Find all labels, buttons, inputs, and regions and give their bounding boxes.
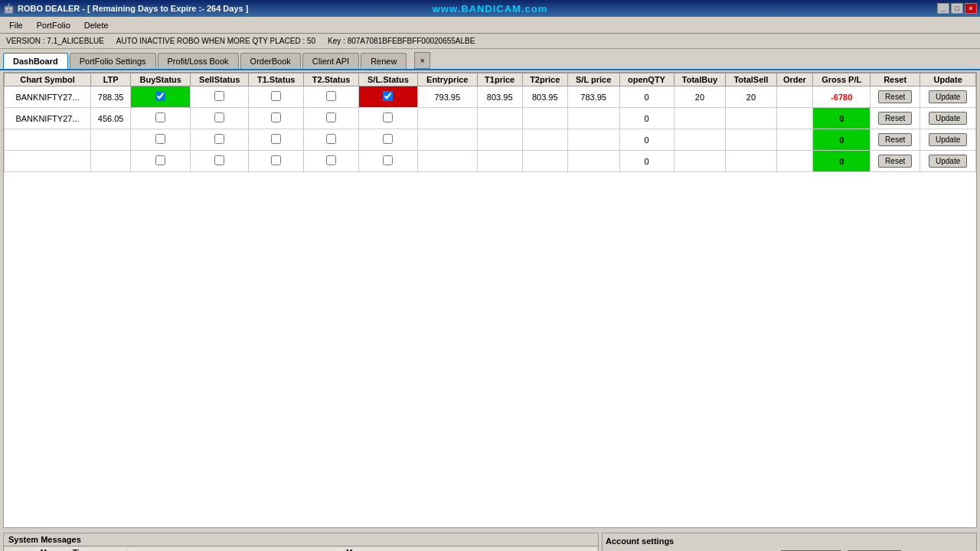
cell-total-buy xyxy=(674,151,726,172)
cell-t1-status[interactable] xyxy=(249,129,304,151)
sl-status-checkbox[interactable] xyxy=(383,112,393,122)
cell-reset[interactable]: Reset xyxy=(871,108,920,129)
cell-sell-status[interactable] xyxy=(191,129,249,151)
col-t1-status: T1.Status xyxy=(249,73,304,86)
titlebar: 🤖 ROBO DEALER - [ Remaining Days to Expi… xyxy=(0,0,980,17)
cell-sell-status[interactable] xyxy=(191,151,249,172)
cell-gross-pl: -6780 xyxy=(813,86,871,108)
menu-portfolio[interactable]: PortFolio xyxy=(31,19,77,31)
sell-status-checkbox[interactable] xyxy=(214,112,224,122)
cell-t2-status[interactable] xyxy=(304,129,359,151)
cell-update[interactable]: Update xyxy=(920,151,976,172)
buy-status-checkbox[interactable] xyxy=(155,91,165,101)
sl-status-checkbox[interactable] xyxy=(383,91,393,101)
auto-inactive-text: AUTO INACTIVE ROBO WHEN MORE QTY PLACED … xyxy=(116,37,315,45)
reset-btn[interactable]: Reset xyxy=(878,112,912,125)
cell-sell-status[interactable] xyxy=(191,86,249,108)
tab-portfolio-settings[interactable]: PortFolio Settings xyxy=(70,53,156,69)
table-row: BANKNIFTY27... 788.35 793.95 803.95 803.… xyxy=(5,86,976,108)
cell-buy-status[interactable] xyxy=(131,129,191,151)
buy-status-checkbox[interactable] xyxy=(155,112,165,122)
update-btn[interactable]: Update xyxy=(929,155,967,168)
t1-status-checkbox[interactable] xyxy=(271,91,281,101)
cell-gross-pl: 0 xyxy=(813,151,871,172)
menu-file[interactable]: File xyxy=(3,19,29,31)
cell-reset[interactable]: Reset xyxy=(871,86,920,108)
cell-entry-price: 793.95 xyxy=(417,86,477,108)
bottom-section: System Messages MessgaeTime Message 12-0… xyxy=(0,530,980,551)
sell-status-checkbox[interactable] xyxy=(214,91,224,101)
close-button[interactable]: × xyxy=(965,3,977,14)
msg-col-message: Message xyxy=(127,547,598,552)
t1-status-checkbox[interactable] xyxy=(271,155,281,165)
cell-total-sell xyxy=(726,129,776,151)
account-settings-panel: Account settings Profit Calculation : Ro… xyxy=(602,533,977,551)
sl-status-checkbox[interactable] xyxy=(383,155,393,165)
cell-t1-status[interactable] xyxy=(249,108,304,129)
cell-t2-status[interactable] xyxy=(304,151,359,172)
cell-sl-status[interactable] xyxy=(358,108,417,129)
col-update: Update xyxy=(920,73,976,86)
cell-update[interactable]: Update xyxy=(920,108,976,129)
cell-ltp: 788.35 xyxy=(91,86,131,108)
cell-open-qty: 0 xyxy=(619,86,674,108)
update-btn[interactable]: Update xyxy=(929,133,967,146)
cell-total-buy xyxy=(674,129,726,151)
t2-status-checkbox[interactable] xyxy=(326,155,336,165)
cell-t1-status[interactable] xyxy=(249,151,304,172)
cell-t2-status[interactable] xyxy=(304,108,359,129)
tab-orderbook[interactable]: OrderBook xyxy=(240,53,301,69)
cell-buy-status[interactable] xyxy=(131,86,191,108)
cell-reset[interactable]: Reset xyxy=(871,151,920,172)
cell-open-qty: 0 xyxy=(619,108,674,129)
menu-delete[interactable]: Delete xyxy=(78,19,115,31)
cell-sl-status[interactable] xyxy=(358,151,417,172)
tab-renew[interactable]: Renew xyxy=(361,53,407,69)
key-text: Key : 807A7081BFEBFBFF00020655ALBE xyxy=(328,37,475,45)
maximize-button[interactable]: □ xyxy=(951,3,963,14)
reset-btn[interactable]: Reset xyxy=(878,155,912,168)
table-row: 0 0 Reset Update xyxy=(5,129,976,151)
buy-status-checkbox[interactable] xyxy=(155,134,165,144)
t1-status-checkbox[interactable] xyxy=(271,134,281,144)
cell-gross-pl: 0 xyxy=(813,108,871,129)
cell-update[interactable]: Update xyxy=(920,129,976,151)
sell-status-checkbox[interactable] xyxy=(214,134,224,144)
cell-order xyxy=(776,151,813,172)
cell-sl-status[interactable] xyxy=(358,86,417,108)
sl-status-checkbox[interactable] xyxy=(383,134,393,144)
tab-profitloss-book[interactable]: Profit/Loss Book xyxy=(158,53,239,69)
versionbar: VERSION : 7.1_ALICEBLUE AUTO INACTIVE RO… xyxy=(0,34,980,49)
minimize-button[interactable]: _ xyxy=(937,3,949,14)
t2-status-checkbox[interactable] xyxy=(326,134,336,144)
reset-btn[interactable]: Reset xyxy=(878,90,912,103)
update-btn[interactable]: Update xyxy=(929,112,967,125)
tab-client-api[interactable]: Client API xyxy=(302,53,359,69)
reset-btn[interactable]: Reset xyxy=(878,133,912,146)
t1-status-checkbox[interactable] xyxy=(271,112,281,122)
col-t1-price: T1price xyxy=(477,73,522,86)
t2-status-checkbox[interactable] xyxy=(326,91,336,101)
msg-header-row: MessgaeTime Message xyxy=(5,547,598,552)
buy-status-checkbox[interactable] xyxy=(155,155,165,165)
update-btn[interactable]: Update xyxy=(929,90,967,103)
t2-status-checkbox[interactable] xyxy=(326,112,336,122)
cell-total-buy xyxy=(674,108,726,129)
tab-dashboard[interactable]: DashBoard xyxy=(3,53,68,69)
cell-t1-status[interactable] xyxy=(249,86,304,108)
cell-buy-status[interactable] xyxy=(131,108,191,129)
cell-update[interactable]: Update xyxy=(920,86,976,108)
tab-close-button[interactable]: × xyxy=(414,52,430,69)
cell-buy-status[interactable] xyxy=(131,151,191,172)
bandicam-watermark: www.BANDICAM.com xyxy=(433,3,548,15)
cell-symbol xyxy=(5,151,91,172)
cell-t2-status[interactable] xyxy=(304,86,359,108)
col-buy-status: BuyStatus xyxy=(131,73,191,86)
cell-sell-status[interactable] xyxy=(191,108,249,129)
cell-reset[interactable]: Reset xyxy=(871,129,920,151)
app-icon: 🤖 xyxy=(3,3,15,14)
col-sl-status: S/L.Status xyxy=(358,73,417,86)
cell-sl-status[interactable] xyxy=(358,129,417,151)
dashboard-content: Chart Symbol LTP BuyStatus SellStatus T1… xyxy=(3,72,977,528)
sell-status-checkbox[interactable] xyxy=(214,155,224,165)
